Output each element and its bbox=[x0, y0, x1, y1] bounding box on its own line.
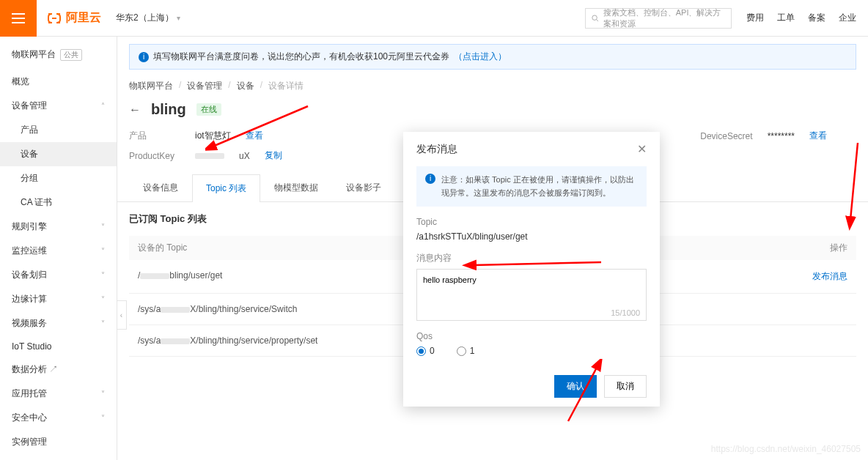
message-textarea[interactable] bbox=[423, 275, 640, 312]
topic-value: /a1hsrkSTTuX/bling/user/get bbox=[416, 231, 647, 242]
field-label: Qos bbox=[416, 331, 647, 341]
close-icon[interactable]: ✕ bbox=[637, 142, 647, 156]
info-icon: i bbox=[425, 174, 435, 184]
confirm-button[interactable]: 确认 bbox=[554, 375, 597, 398]
cancel-button[interactable]: 取消 bbox=[604, 375, 647, 398]
field-label: Topic bbox=[416, 217, 647, 227]
radio-icon bbox=[457, 346, 466, 356]
char-count: 15/1000 bbox=[611, 308, 640, 317]
radio-icon bbox=[416, 346, 426, 356]
field-label: 消息内容 bbox=[416, 252, 647, 264]
qos-radio-0[interactable]: 0 bbox=[416, 346, 435, 356]
modal-notice-text: 注意：如果该 Topic 正在被使用，请谨慎操作，以防出现异常。这里发布的消息不… bbox=[441, 174, 638, 199]
modal-title: 发布消息 bbox=[416, 143, 457, 156]
watermark: https://blog.csdn.net/weixin_46027505 bbox=[711, 444, 861, 454]
publish-modal: 发布消息 ✕ i 注意：如果该 Topic 正在被使用，请谨慎操作，以防出现异常… bbox=[403, 132, 660, 407]
qos-radio-1[interactable]: 1 bbox=[457, 346, 475, 356]
